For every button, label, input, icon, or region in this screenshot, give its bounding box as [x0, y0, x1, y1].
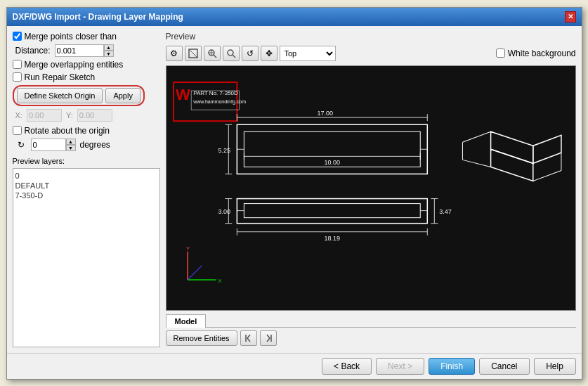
toolbar-zoom-area-btn[interactable]	[204, 46, 221, 61]
svg-line-51	[533, 170, 561, 181]
toolbar-refresh-btn[interactable]: ↺	[242, 46, 259, 61]
white-bg-checkbox[interactable]	[496, 49, 505, 58]
rotate-input[interactable]	[31, 139, 66, 151]
svg-text:10.00: 10.00	[324, 159, 340, 166]
svg-marker-45	[490, 131, 533, 163]
svg-text:W: W	[176, 86, 190, 103]
dialog-body: Merge points closer than Distance: ▲ ▼ M…	[7, 26, 582, 353]
y-input	[77, 109, 112, 122]
view-select[interactable]: Top Front Right Isometric	[280, 46, 336, 61]
svg-text:5.25: 5.25	[218, 147, 230, 154]
layers-list[interactable]: 0 DEFAULT 7-350-D	[13, 168, 160, 347]
left-panel: Merge points closer than Distance: ▲ ▼ M…	[13, 32, 160, 347]
svg-line-50	[462, 160, 490, 167]
preview-label: Preview	[166, 32, 576, 41]
degrees-label: degrees	[80, 140, 110, 150]
remove-entities-button[interactable]: Remove Entities	[166, 330, 237, 346]
svg-line-1	[189, 49, 197, 58]
model-toolbar-btn1[interactable]	[240, 330, 257, 346]
svg-point-6	[228, 50, 233, 56]
help-button[interactable]: Help	[534, 358, 576, 375]
layer-item-0[interactable]: 0	[15, 171, 157, 181]
rotate-down-btn[interactable]: ▼	[66, 145, 76, 151]
merge-points-row: Merge points closer than	[13, 32, 160, 41]
next-button[interactable]: Next >	[376, 358, 424, 375]
close-button[interactable]: ✕	[565, 11, 576, 22]
merge-overlapping-row: Merge overlapping entities	[13, 60, 160, 70]
finish-button[interactable]: Finish	[429, 358, 475, 375]
right-panel: Preview ⚙ ↺ ✥ Top Front Right	[166, 32, 576, 347]
apply-button[interactable]: Apply	[105, 88, 141, 103]
svg-text:PART No. 7-350D: PART No. 7-350D	[193, 90, 238, 96]
distance-input-wrapper: ▲ ▼	[55, 44, 114, 57]
define-sketch-origin-button[interactable]: Define Sketch Origin	[17, 88, 103, 103]
toolbar-zoom-in-btn[interactable]	[223, 46, 240, 61]
merge-overlapping-checkbox[interactable]	[13, 60, 22, 69]
distance-row: Distance: ▲ ▼	[15, 44, 160, 57]
svg-text:X: X	[218, 277, 222, 283]
tab-bar: Model	[166, 314, 576, 328]
rotate-input-wrapper: ▲ ▼	[31, 139, 76, 151]
svg-text:3.00: 3.00	[218, 207, 230, 214]
svg-rect-29	[237, 198, 427, 223]
distance-spin: ▲ ▼	[104, 44, 114, 57]
rotation-value-row: ↻ ▲ ▼ degrees	[15, 139, 160, 151]
x-input	[27, 109, 62, 122]
rotate-checkbox[interactable]	[13, 126, 22, 135]
preview-toolbar: ⚙ ↺ ✥ Top Front Right Isometric	[166, 44, 576, 63]
distance-input[interactable]	[55, 44, 104, 57]
merge-points-checkbox[interactable]	[13, 32, 22, 41]
merge-points-label: Merge points closer than	[25, 32, 117, 41]
rotate-spin: ▲ ▼	[66, 139, 76, 151]
rotate-label: Rotate about the origin	[25, 126, 110, 136]
run-repair-label: Run Repair Sketch	[25, 72, 96, 82]
model-toolbar-btn2[interactable]	[260, 330, 277, 346]
svg-line-3	[214, 55, 216, 58]
distance-down-btn[interactable]: ▼	[104, 51, 114, 57]
svg-marker-46	[533, 135, 561, 163]
rotate-icon: ↻	[15, 139, 27, 150]
title-bar: DXF/DWG Import - Drawing Layer Mapping ✕	[7, 8, 582, 26]
white-bg-row: White background	[496, 49, 576, 58]
run-repair-row: Run Repair Sketch	[13, 72, 160, 82]
svg-text:18.19: 18.19	[324, 234, 340, 241]
model-tab[interactable]: Model	[166, 314, 207, 328]
svg-text:Y: Y	[186, 245, 190, 251]
model-toolbar: Remove Entities	[166, 328, 576, 347]
model-tab-area: Model Remove Entities	[166, 314, 576, 347]
svg-marker-47	[490, 149, 533, 181]
x-label: X:	[15, 111, 22, 120]
svg-text:www.hammondmfg.com: www.hammondmfg.com	[192, 99, 246, 105]
run-repair-checkbox[interactable]	[13, 72, 22, 82]
svg-rect-30	[244, 203, 420, 217]
y-label: Y:	[66, 111, 73, 120]
svg-text:17.00: 17.00	[317, 110, 333, 117]
toolbar-zoom-fit-btn[interactable]	[185, 46, 202, 61]
layer-item-default[interactable]: DEFAULT	[15, 181, 157, 191]
distance-label: Distance:	[15, 46, 51, 56]
coords-row: X: Y:	[15, 109, 160, 122]
rotate-up-btn[interactable]: ▲	[66, 139, 76, 145]
sketch-origin-row: Define Sketch Origin Apply	[13, 85, 145, 106]
main-dialog: DXF/DWG Import - Drawing Layer Mapping ✕…	[6, 7, 582, 380]
svg-line-48	[462, 131, 490, 142]
preview-canvas: W PART No. 7-350D www.hammondmfg.com	[166, 65, 576, 311]
preview-layers-label: Preview layers:	[13, 157, 160, 165]
svg-line-7	[233, 55, 235, 58]
dialog-title: DXF/DWG Import - Drawing Layer Mapping	[13, 12, 183, 22]
cancel-button[interactable]: Cancel	[479, 358, 529, 375]
svg-line-57	[188, 265, 202, 279]
rotate-row: Rotate about the origin	[13, 126, 160, 136]
svg-text:3.47: 3.47	[439, 207, 452, 214]
merge-overlapping-label: Merge overlapping entities	[25, 60, 124, 70]
toolbar-pan-btn[interactable]: ✥	[261, 46, 277, 61]
back-button[interactable]: < Back	[322, 358, 372, 375]
toolbar-settings-btn[interactable]: ⚙	[166, 46, 183, 61]
white-bg-label: White background	[508, 49, 576, 58]
dialog-footer: < Back Next > Finish Cancel Help	[7, 353, 582, 379]
distance-up-btn[interactable]: ▲	[104, 44, 114, 51]
layer-item-7350d[interactable]: 7-350-D	[15, 191, 157, 200]
